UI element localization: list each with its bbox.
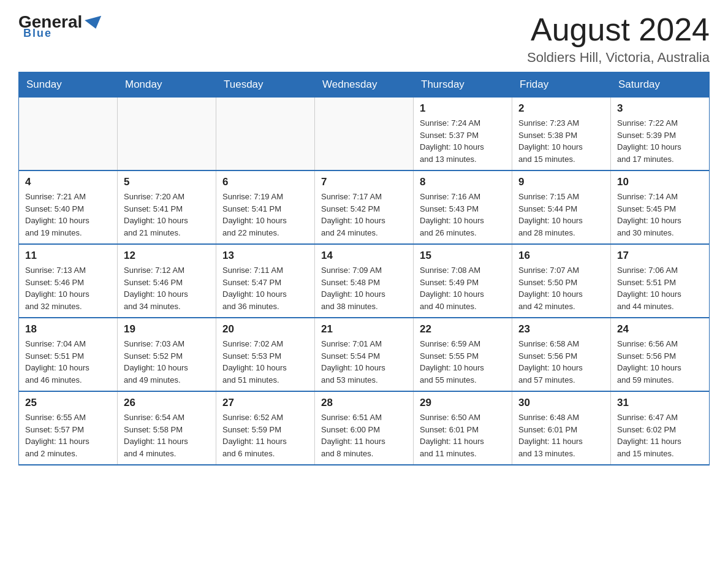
- calendar-cell: 31Sunrise: 6:47 AMSunset: 6:02 PMDayligh…: [611, 391, 710, 465]
- day-info: Sunrise: 6:47 AMSunset: 6:02 PMDaylight:…: [617, 412, 703, 459]
- calendar-cell: 21Sunrise: 7:01 AMSunset: 5:54 PMDayligh…: [315, 318, 414, 391]
- day-number: 5: [124, 176, 210, 188]
- day-info: Sunrise: 6:51 AMSunset: 6:00 PMDaylight:…: [321, 412, 407, 459]
- day-number: 17: [617, 250, 703, 262]
- day-info: Sunrise: 7:24 AMSunset: 5:37 PMDaylight:…: [420, 117, 506, 165]
- day-info: Sunrise: 7:08 AMSunset: 5:49 PMDaylight:…: [420, 264, 506, 312]
- day-number: 18: [25, 323, 111, 335]
- day-number: 10: [617, 176, 703, 188]
- logo: General Blue: [18, 12, 105, 40]
- day-number: 16: [518, 250, 604, 262]
- day-info: Sunrise: 6:52 AMSunset: 5:59 PMDaylight:…: [222, 412, 308, 459]
- day-number: 9: [518, 176, 604, 188]
- calendar-week-row: 18Sunrise: 7:04 AMSunset: 5:51 PMDayligh…: [19, 318, 710, 391]
- calendar-cell: 15Sunrise: 7:08 AMSunset: 5:49 PMDayligh…: [414, 244, 512, 318]
- calendar-cell: 7Sunrise: 7:17 AMSunset: 5:42 PMDaylight…: [315, 170, 414, 244]
- day-number: 8: [420, 176, 506, 188]
- calendar-cell: [216, 98, 315, 171]
- calendar-cell: 9Sunrise: 7:15 AMSunset: 5:44 PMDaylight…: [512, 170, 611, 244]
- day-number: 11: [25, 250, 111, 262]
- calendar-cell: 11Sunrise: 7:13 AMSunset: 5:46 PMDayligh…: [19, 244, 118, 318]
- day-number: 27: [222, 397, 308, 409]
- day-info: Sunrise: 7:03 AMSunset: 5:52 PMDaylight:…: [124, 338, 210, 386]
- calendar-cell: 1Sunrise: 7:24 AMSunset: 5:37 PMDaylight…: [414, 98, 512, 171]
- day-info: Sunrise: 7:14 AMSunset: 5:45 PMDaylight:…: [617, 191, 703, 239]
- calendar-cell: 28Sunrise: 6:51 AMSunset: 6:00 PMDayligh…: [315, 391, 414, 465]
- day-info: Sunrise: 7:15 AMSunset: 5:44 PMDaylight:…: [518, 191, 604, 239]
- day-number: 31: [617, 397, 703, 409]
- day-info: Sunrise: 7:02 AMSunset: 5:53 PMDaylight:…: [222, 338, 308, 386]
- day-info: Sunrise: 7:23 AMSunset: 5:38 PMDaylight:…: [518, 117, 604, 165]
- day-info: Sunrise: 6:55 AMSunset: 5:57 PMDaylight:…: [25, 412, 111, 459]
- day-number: 28: [321, 397, 407, 409]
- calendar-header-tuesday: Tuesday: [216, 72, 315, 98]
- day-info: Sunrise: 6:59 AMSunset: 5:55 PMDaylight:…: [420, 338, 506, 386]
- page-title: August 2024: [527, 12, 710, 47]
- calendar-header-saturday: Saturday: [611, 72, 710, 98]
- day-info: Sunrise: 7:22 AMSunset: 5:39 PMDaylight:…: [617, 117, 703, 165]
- day-info: Sunrise: 7:01 AMSunset: 5:54 PMDaylight:…: [321, 338, 407, 386]
- day-info: Sunrise: 7:21 AMSunset: 5:40 PMDaylight:…: [25, 191, 111, 239]
- day-info: Sunrise: 7:11 AMSunset: 5:47 PMDaylight:…: [222, 264, 308, 312]
- day-info: Sunrise: 7:17 AMSunset: 5:42 PMDaylight:…: [321, 191, 407, 239]
- calendar-cell: 19Sunrise: 7:03 AMSunset: 5:52 PMDayligh…: [118, 318, 216, 391]
- calendar-week-row: 25Sunrise: 6:55 AMSunset: 5:57 PMDayligh…: [19, 391, 710, 465]
- day-number: 25: [25, 397, 111, 409]
- calendar-header-wednesday: Wednesday: [315, 72, 414, 98]
- calendar-week-row: 11Sunrise: 7:13 AMSunset: 5:46 PMDayligh…: [19, 244, 710, 318]
- day-number: 15: [420, 250, 506, 262]
- calendar-cell: 18Sunrise: 7:04 AMSunset: 5:51 PMDayligh…: [19, 318, 118, 391]
- day-info: Sunrise: 6:58 AMSunset: 5:56 PMDaylight:…: [518, 338, 604, 386]
- day-number: 3: [617, 102, 703, 115]
- calendar-cell: 25Sunrise: 6:55 AMSunset: 5:57 PMDayligh…: [19, 391, 118, 465]
- calendar-cell: 4Sunrise: 7:21 AMSunset: 5:40 PMDaylight…: [19, 170, 118, 244]
- day-number: 30: [518, 397, 604, 409]
- calendar-cell: 14Sunrise: 7:09 AMSunset: 5:48 PMDayligh…: [315, 244, 414, 318]
- day-number: 2: [518, 102, 604, 115]
- calendar-cell: [315, 98, 414, 171]
- calendar-cell: 26Sunrise: 6:54 AMSunset: 5:58 PMDayligh…: [118, 391, 216, 465]
- calendar-week-row: 4Sunrise: 7:21 AMSunset: 5:40 PMDaylight…: [19, 170, 710, 244]
- day-number: 13: [222, 250, 308, 262]
- day-info: Sunrise: 7:06 AMSunset: 5:51 PMDaylight:…: [617, 264, 703, 312]
- calendar-header-sunday: Sunday: [19, 72, 118, 98]
- calendar-cell: 3Sunrise: 7:22 AMSunset: 5:39 PMDaylight…: [611, 98, 710, 171]
- day-number: 4: [25, 176, 111, 188]
- logo-blue: Blue: [23, 27, 52, 40]
- day-info: Sunrise: 6:48 AMSunset: 6:01 PMDaylight:…: [518, 412, 604, 459]
- calendar-header-monday: Monday: [118, 72, 216, 98]
- day-number: 7: [321, 176, 407, 188]
- calendar-cell: [118, 98, 216, 171]
- calendar-cell: 13Sunrise: 7:11 AMSunset: 5:47 PMDayligh…: [216, 244, 315, 318]
- calendar-cell: 16Sunrise: 7:07 AMSunset: 5:50 PMDayligh…: [512, 244, 611, 318]
- calendar-week-row: 1Sunrise: 7:24 AMSunset: 5:37 PMDaylight…: [19, 98, 710, 171]
- day-number: 22: [420, 323, 506, 335]
- calendar-cell: 8Sunrise: 7:16 AMSunset: 5:43 PMDaylight…: [414, 170, 512, 244]
- calendar-cell: 10Sunrise: 7:14 AMSunset: 5:45 PMDayligh…: [611, 170, 710, 244]
- day-info: Sunrise: 7:12 AMSunset: 5:46 PMDaylight:…: [124, 264, 210, 312]
- day-number: 21: [321, 323, 407, 335]
- calendar-cell: 24Sunrise: 6:56 AMSunset: 5:56 PMDayligh…: [611, 318, 710, 391]
- calendar-header-row: SundayMondayTuesdayWednesdayThursdayFrid…: [19, 72, 710, 98]
- day-info: Sunrise: 7:07 AMSunset: 5:50 PMDaylight:…: [518, 264, 604, 312]
- day-info: Sunrise: 7:16 AMSunset: 5:43 PMDaylight:…: [420, 191, 506, 239]
- calendar-cell: 17Sunrise: 7:06 AMSunset: 5:51 PMDayligh…: [611, 244, 710, 318]
- day-number: 20: [222, 323, 308, 335]
- calendar-cell: 2Sunrise: 7:23 AMSunset: 5:38 PMDaylight…: [512, 98, 611, 171]
- logo-triangle-icon: [85, 16, 104, 31]
- day-number: 29: [420, 397, 506, 409]
- calendar-header-thursday: Thursday: [414, 72, 512, 98]
- day-number: 26: [124, 397, 210, 409]
- page-subtitle: Soldiers Hill, Victoria, Australia: [527, 50, 710, 66]
- calendar-cell: 30Sunrise: 6:48 AMSunset: 6:01 PMDayligh…: [512, 391, 611, 465]
- calendar-cell: 12Sunrise: 7:12 AMSunset: 5:46 PMDayligh…: [118, 244, 216, 318]
- calendar-header-friday: Friday: [512, 72, 611, 98]
- calendar-table: SundayMondayTuesdayWednesdayThursdayFrid…: [18, 72, 710, 465]
- day-number: 19: [124, 323, 210, 335]
- day-info: Sunrise: 7:04 AMSunset: 5:51 PMDaylight:…: [25, 338, 111, 386]
- day-number: 1: [420, 102, 506, 115]
- calendar-cell: 23Sunrise: 6:58 AMSunset: 5:56 PMDayligh…: [512, 318, 611, 391]
- calendar-cell: 22Sunrise: 6:59 AMSunset: 5:55 PMDayligh…: [414, 318, 512, 391]
- day-info: Sunrise: 6:56 AMSunset: 5:56 PMDaylight:…: [617, 338, 703, 386]
- day-info: Sunrise: 7:09 AMSunset: 5:48 PMDaylight:…: [321, 264, 407, 312]
